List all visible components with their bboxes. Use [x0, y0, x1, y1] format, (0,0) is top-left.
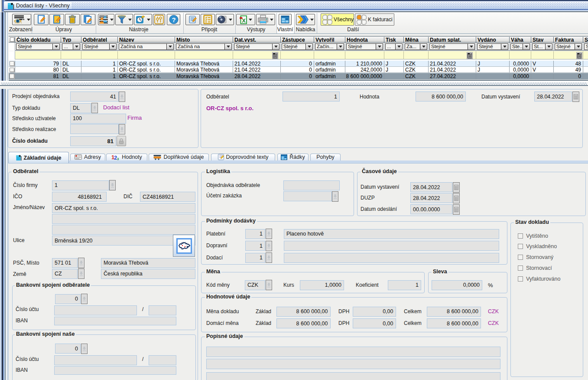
svg-text:X: X [242, 17, 246, 24]
svg-text:?: ? [172, 16, 175, 23]
svg-text:3: 3 [117, 157, 119, 161]
